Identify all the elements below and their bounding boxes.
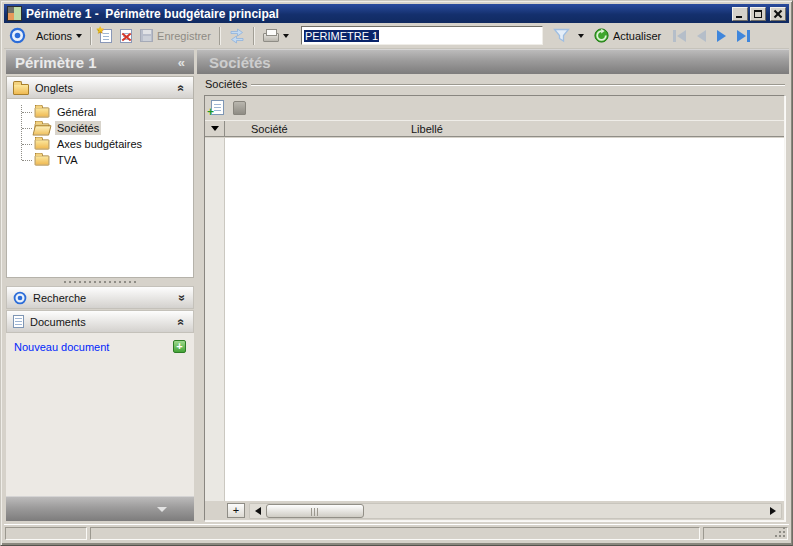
save-icon bbox=[140, 29, 153, 42]
new-document-link[interactable]: Nouveau document bbox=[14, 341, 109, 353]
grid-header: Société Libellé bbox=[205, 120, 784, 137]
main-toolbar: Actions ★ Enregistrer PERIMETRE 1 bbox=[4, 23, 789, 49]
perimeter-input-value: PERIMETRE 1 bbox=[304, 30, 379, 42]
delete-icon bbox=[120, 29, 132, 43]
societes-group-box: + Société Libellé + bbox=[204, 95, 785, 521]
actions-bullseye-icon bbox=[9, 27, 26, 44]
delete-button[interactable] bbox=[116, 27, 136, 45]
title-bar: Périmètre 1 - Périmètre budgétaire princ… bbox=[4, 4, 789, 23]
save-label: Enregistrer bbox=[157, 30, 211, 42]
grid-body bbox=[205, 138, 784, 501]
close-button[interactable] bbox=[770, 7, 786, 21]
print-icon bbox=[263, 29, 279, 42]
app-window: Périmètre 1 - Périmètre budgétaire princ… bbox=[0, 0, 793, 546]
column-header-societe[interactable]: Société bbox=[225, 121, 405, 136]
scrollbar-thumb[interactable] bbox=[266, 504, 364, 518]
splitter-grip-icon bbox=[64, 281, 136, 283]
open-folder-icon bbox=[35, 123, 50, 133]
save-button[interactable]: Enregistrer bbox=[136, 27, 215, 44]
horizontal-scrollbar[interactable] bbox=[249, 503, 782, 519]
sidebar-splitter[interactable] bbox=[6, 278, 194, 286]
grid-footer: + bbox=[205, 501, 784, 520]
filter-icon[interactable] bbox=[553, 28, 570, 43]
tree-item-tva[interactable]: TVA bbox=[7, 152, 193, 168]
minimize-icon bbox=[736, 16, 742, 18]
first-record-button[interactable] bbox=[673, 30, 686, 42]
folder-icon bbox=[35, 155, 50, 165]
row-indicator-column bbox=[205, 138, 225, 501]
section-documents[interactable]: Documents « bbox=[6, 310, 194, 333]
tree-item-label: Sociétés bbox=[55, 121, 101, 135]
section-documents-label: Documents bbox=[30, 316, 86, 328]
sidebar-collapse-icon[interactable]: « bbox=[178, 55, 185, 70]
delete-row-icon[interactable] bbox=[233, 101, 246, 115]
chevron-down-icon bbox=[283, 34, 289, 38]
row-indicator-header[interactable] bbox=[205, 121, 225, 136]
toolbar-separator bbox=[253, 27, 255, 45]
tree-item-general[interactable]: Général bbox=[7, 104, 193, 120]
status-bar bbox=[4, 524, 789, 542]
minimize-button[interactable] bbox=[732, 7, 748, 21]
maximize-button[interactable] bbox=[750, 7, 766, 21]
tree-item-label: TVA bbox=[55, 153, 80, 167]
scroll-left-icon[interactable] bbox=[255, 507, 261, 515]
previous-record-button[interactable] bbox=[697, 30, 706, 42]
add-row-icon[interactable]: + bbox=[211, 100, 224, 115]
new-document-icon: ★ bbox=[100, 29, 112, 43]
filter-dropdown-icon[interactable] bbox=[578, 34, 584, 38]
chevron-down-icon bbox=[157, 507, 167, 512]
group-box-rule bbox=[251, 84, 785, 86]
folder-icon bbox=[35, 107, 50, 117]
next-record-button[interactable] bbox=[717, 30, 726, 42]
last-record-button[interactable] bbox=[737, 30, 750, 42]
next-record-icon bbox=[717, 30, 726, 42]
print-button[interactable] bbox=[259, 27, 293, 44]
section-recherche[interactable]: Recherche « bbox=[6, 286, 194, 309]
column-header-label: Libellé bbox=[411, 123, 443, 135]
tree-item-societes[interactable]: Sociétés bbox=[7, 120, 193, 136]
main-panel-title: Sociétés bbox=[209, 54, 271, 71]
record-navigator bbox=[673, 30, 750, 42]
new-document-button[interactable]: ★ bbox=[96, 27, 116, 45]
previous-record-icon bbox=[697, 30, 706, 42]
actions-button[interactable]: Actions bbox=[32, 28, 86, 44]
section-onglets[interactable]: Onglets « bbox=[7, 77, 193, 99]
chevron-up-icon[interactable]: « bbox=[175, 318, 189, 325]
toolbar-separator bbox=[90, 27, 92, 45]
actions-label: Actions bbox=[36, 30, 72, 42]
status-panel bbox=[5, 527, 87, 540]
tree-item-label: Axes budgétaires bbox=[55, 137, 144, 151]
sidebar-header: Périmètre 1 « bbox=[6, 49, 194, 74]
sidebar-tabs-panel: Onglets « Général Sociétés Axes budgétai… bbox=[6, 76, 194, 278]
resize-grip-icon[interactable] bbox=[775, 527, 787, 539]
chevron-up-icon[interactable]: « bbox=[175, 84, 189, 91]
grid-add-row-button[interactable]: + bbox=[227, 503, 245, 518]
app-icon[interactable] bbox=[7, 6, 22, 21]
sidebar-title: Périmètre 1 bbox=[15, 54, 97, 71]
chevron-down-icon bbox=[76, 34, 82, 38]
scroll-right-icon[interactable] bbox=[770, 507, 776, 515]
add-document-button[interactable]: + bbox=[173, 340, 186, 353]
window-title: Périmètre 1 - Périmètre budgétaire princ… bbox=[26, 7, 732, 21]
tree-item-axes-budgetaires[interactable]: Axes budgétaires bbox=[7, 136, 193, 152]
section-recherche-label: Recherche bbox=[33, 292, 86, 304]
sidebar-bottom-bar[interactable] bbox=[6, 496, 194, 521]
toolbar-separator bbox=[219, 27, 221, 45]
sync-button[interactable] bbox=[225, 26, 249, 46]
chevron-down-icon[interactable]: « bbox=[175, 294, 189, 301]
folder-icon bbox=[35, 139, 50, 149]
column-header-libelle[interactable]: Libellé bbox=[405, 121, 784, 136]
documents-panel: Nouveau document + bbox=[6, 333, 194, 496]
folder-icon bbox=[13, 84, 29, 95]
status-panel bbox=[90, 527, 700, 540]
maximize-icon bbox=[754, 10, 762, 18]
document-icon bbox=[13, 315, 24, 328]
last-record-icon bbox=[737, 30, 746, 42]
refresh-button[interactable]: Actualiser bbox=[613, 30, 661, 42]
sync-icon bbox=[229, 28, 245, 44]
first-record-icon bbox=[677, 30, 686, 42]
tree-item-label: Général bbox=[55, 105, 98, 119]
perimeter-input[interactable]: PERIMETRE 1 bbox=[301, 26, 543, 45]
refresh-icon[interactable] bbox=[594, 28, 609, 43]
group-box-label: Sociétés bbox=[205, 78, 247, 90]
